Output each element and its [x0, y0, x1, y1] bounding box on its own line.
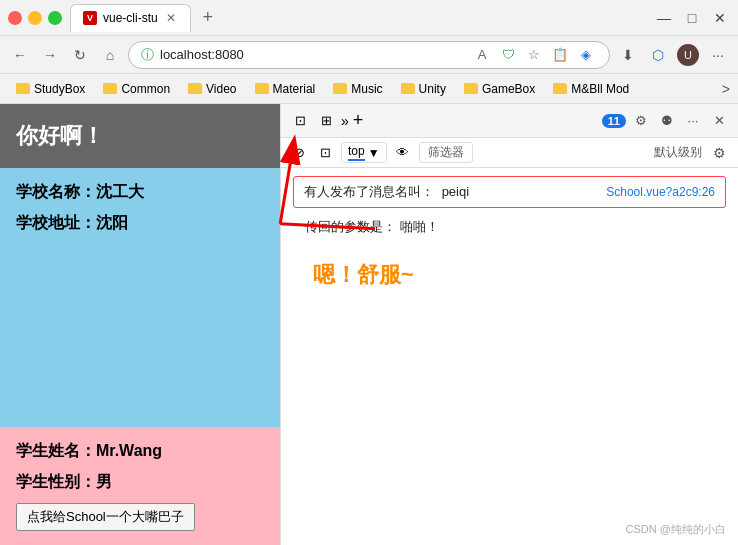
bookmark-common[interactable]: Common — [95, 80, 178, 98]
address-actions: A 🛡 ☆ 📋 ◈ — [471, 44, 597, 66]
console-name: peiqi — [442, 184, 469, 199]
header-text: 你好啊！ — [16, 121, 104, 151]
folder-icon — [103, 83, 117, 94]
webpage-panel: 你好啊！ 学校名称：沈工大 学校地址：沈阳 学生姓名：Mr.Wang 学生性别：… — [0, 104, 280, 545]
bookmarks-bar: StudyBox Common Video Material Music Uni… — [0, 74, 738, 104]
download-button[interactable]: ⬇ — [616, 43, 640, 67]
bookmark-material[interactable]: Material — [247, 80, 324, 98]
close-devtools-button[interactable]: ✕ — [708, 110, 730, 132]
tab-title: vue-cli-stu — [103, 11, 158, 25]
reload-button[interactable]: ↻ — [68, 43, 92, 67]
error-count-badge: 11 — [602, 114, 626, 128]
address-bar-row: ← → ↻ ⌂ ⓘ localhost:8080 A 🛡 ☆ 📋 ◈ ⬇ ⬡ U… — [0, 36, 738, 74]
main-area: 你好啊！ 学校名称：沈工大 学校地址：沈阳 学生姓名：Mr.Wang 学生性别：… — [0, 104, 738, 545]
school-name: 学校名称：沈工大 — [16, 182, 264, 203]
console-message-text: 有人发布了消息名叫： peiqi — [304, 183, 469, 201]
dropdown-arrow-icon: ▼ — [368, 146, 380, 160]
webpage-header: 你好啊！ — [0, 104, 280, 168]
devtools-tabs: ⊡ ⊞ » + 11 ⚙ ⚉ ··· ✕ — [281, 104, 738, 138]
context-selector[interactable]: top ▼ — [341, 142, 387, 163]
inspect-icon[interactable]: ⊞ — [315, 110, 337, 132]
profile-button[interactable]: U — [676, 43, 700, 67]
read-mode-button[interactable]: A — [471, 44, 493, 66]
new-tab-button[interactable]: + — [195, 5, 221, 31]
level-label: 默认级别 — [654, 144, 702, 161]
folder-icon — [333, 83, 347, 94]
filter-icon[interactable]: ⊡ — [315, 143, 335, 163]
maximize-button[interactable] — [48, 11, 62, 25]
school-addr: 学校地址：沈阳 — [16, 213, 264, 234]
bookmark-gamebox[interactable]: GameBox — [456, 80, 543, 98]
extensions-button[interactable]: ⬡ — [646, 43, 670, 67]
copilot-button[interactable]: ◈ — [575, 44, 597, 66]
bookmark-label: Common — [121, 82, 170, 96]
ellipsis-icon[interactable]: ··· — [682, 110, 704, 132]
profile-icon[interactable]: ⚉ — [656, 110, 678, 132]
shield-button[interactable]: 🛡 — [497, 44, 519, 66]
bookmarks-more-button[interactable]: > — [722, 81, 730, 97]
console-extra-text: 传回的参数是： 啪啪！ — [305, 219, 439, 234]
folder-icon — [255, 83, 269, 94]
console-toolbar: ⊘ ⊡ top ▼ 👁 筛选器 默认级别 ⚙ — [281, 138, 738, 168]
bookmark-label: Unity — [419, 82, 446, 96]
big-result-text: 嗯！舒服~ — [293, 244, 726, 290]
bookmark-button[interactable]: ☆ — [523, 44, 545, 66]
student-gender: 学生性别：男 — [16, 472, 264, 493]
home-button[interactable]: ⌂ — [98, 43, 122, 67]
bookmark-label: GameBox — [482, 82, 535, 96]
school-card: 学校名称：沈工大 学校地址：沈阳 — [0, 168, 280, 427]
bookmark-unity[interactable]: Unity — [393, 80, 454, 98]
bookmark-music[interactable]: Music — [325, 80, 390, 98]
bookmark-label: Music — [351, 82, 382, 96]
folder-icon — [188, 83, 202, 94]
bookmark-label: StudyBox — [34, 82, 85, 96]
minimize-window-button[interactable]: — — [654, 8, 674, 28]
close-window-button[interactable]: ✕ — [710, 8, 730, 28]
tab-bar: V vue-cli-stu ✕ + — [70, 4, 654, 32]
active-tab[interactable]: V vue-cli-stu ✕ — [70, 4, 191, 32]
forward-button[interactable]: → — [38, 43, 62, 67]
bookmark-video[interactable]: Video — [180, 80, 244, 98]
top-label: top — [348, 144, 365, 161]
close-button[interactable] — [8, 11, 22, 25]
slap-button[interactable]: 点我给School一个大嘴巴子 — [16, 503, 195, 531]
back-button[interactable]: ← — [8, 43, 32, 67]
more-button[interactable]: ··· — [706, 43, 730, 67]
address-text: localhost:8080 — [160, 47, 465, 62]
minimize-button[interactable] — [28, 11, 42, 25]
add-tab-icon[interactable]: + — [353, 110, 364, 131]
console-source-link[interactable]: School.vue?a2c9:26 — [606, 185, 715, 199]
folder-icon — [401, 83, 415, 94]
bookmark-label: Video — [206, 82, 236, 96]
bookmark-studybox[interactable]: StudyBox — [8, 80, 93, 98]
collections-button[interactable]: 📋 — [549, 44, 571, 66]
tab-favicon: V — [83, 11, 97, 25]
bookmark-label: Material — [273, 82, 316, 96]
folder-icon — [553, 83, 567, 94]
filter-label[interactable]: 筛选器 — [419, 142, 473, 163]
console-output: 有人发布了消息名叫： peiqi School.vue?a2c9:26 传回的参… — [281, 168, 738, 545]
bookmark-label: M&Bll Mod — [571, 82, 629, 96]
window-controls — [8, 11, 62, 25]
maximize-window-button[interactable]: □ — [682, 8, 702, 28]
folder-icon — [464, 83, 478, 94]
console-prefix-text: 有人发布了消息名叫： — [304, 184, 434, 199]
level-settings-icon[interactable]: ⚙ — [708, 142, 730, 164]
bookmark-mbll[interactable]: M&Bll Mod — [545, 80, 637, 98]
address-bar[interactable]: ⓘ localhost:8080 A 🛡 ☆ 📋 ◈ — [128, 41, 610, 69]
devtools-panel: ⊡ ⊞ » + 11 ⚙ ⚉ ··· ✕ ⊘ ⊡ top ▼ — [280, 104, 738, 545]
student-card: 学生姓名：Mr.Wang 学生性别：男 点我给School一个大嘴巴子 — [0, 427, 280, 545]
window-right-controls: — □ ✕ — [654, 8, 730, 28]
tab-close-button[interactable]: ✕ — [164, 11, 178, 25]
devtools-actions: ⚙ ⚉ ··· ✕ — [630, 110, 730, 132]
console-extra-row: 传回的参数是： 啪啪！ — [293, 216, 726, 244]
more-tabs-icon[interactable]: » — [341, 113, 349, 129]
eye-icon[interactable]: 👁 — [393, 143, 413, 163]
watermark: CSDN @纯纯的小白 — [626, 522, 726, 537]
settings-icon[interactable]: ⚙ — [630, 110, 652, 132]
student-name: 学生姓名：Mr.Wang — [16, 441, 264, 462]
title-bar: V vue-cli-stu ✕ + — □ ✕ — [0, 0, 738, 36]
console-message-row: 有人发布了消息名叫： peiqi School.vue?a2c9:26 — [293, 176, 726, 208]
block-icon[interactable]: ⊘ — [289, 143, 309, 163]
cursor-tool-icon[interactable]: ⊡ — [289, 110, 311, 132]
